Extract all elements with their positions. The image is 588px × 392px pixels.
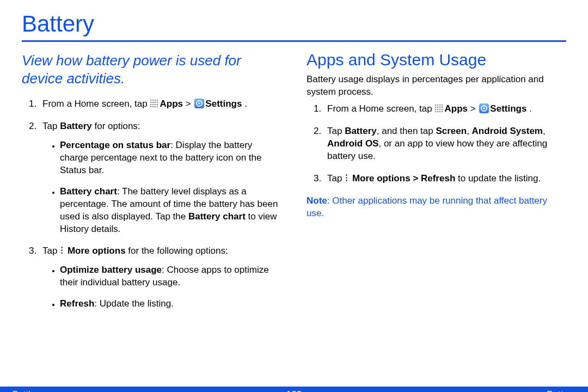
right-step-2: Tap Battery, and then tap Screen, Androi… [324, 125, 566, 163]
left-step-2-bullets: Percentage on status bar: Display the ba… [42, 139, 281, 236]
right-column: Apps and System Usage Battery usage disp… [307, 52, 566, 320]
apps-label: Apps [160, 99, 183, 109]
bullet-percentage: Percentage on status bar: Display the ba… [60, 139, 281, 177]
svg-point-25 [442, 107, 443, 108]
svg-point-23 [437, 107, 439, 108]
text: for the following options: [126, 246, 228, 256]
more-options-icon [61, 246, 63, 255]
left-step-3: Tap More options for the following optio… [39, 245, 281, 310]
right-step-3: Tap More options > Refresh to update the… [324, 173, 566, 185]
settings-gear-icon [194, 99, 204, 108]
svg-point-27 [437, 109, 439, 111]
page: Battery View how battery power is used f… [0, 11, 588, 392]
text: to update the listing. [455, 173, 541, 183]
svg-point-29 [442, 109, 443, 111]
svg-point-0 [150, 100, 152, 101]
svg-point-6 [155, 102, 156, 103]
apps-label: Apps [444, 103, 468, 114]
b-title: Refresh [60, 298, 94, 309]
right-step-1: From a Home screen, tap Apps > [324, 103, 566, 115]
svg-point-19 [437, 105, 439, 106]
b-title: Battery chart [60, 186, 117, 197]
right-steps: From a Home screen, tap Apps > [307, 103, 566, 185]
svg-point-31 [437, 111, 439, 113]
bullet-optimize: Optimize battery usage: Choose apps to o… [60, 264, 281, 289]
settings-gear-icon [479, 103, 489, 113]
text: Tap [42, 246, 60, 256]
note-text: : Other applications may be running that… [307, 195, 547, 218]
svg-point-1 [152, 100, 154, 101]
svg-point-22 [435, 107, 437, 108]
title-rule [22, 40, 566, 42]
left-steps: From a Home screen, tap Apps > [22, 98, 281, 310]
svg-point-17 [199, 102, 201, 105]
period: . [242, 99, 247, 109]
period: . [526, 103, 531, 114]
svg-point-10 [155, 104, 156, 106]
section-heading: Apps and System Usage [307, 51, 566, 69]
b-title: Percentage on status bar [60, 140, 170, 150]
svg-point-5 [152, 102, 154, 103]
b-title: Optimize battery usage [60, 265, 162, 275]
svg-point-28 [439, 109, 441, 111]
b-title2: Battery chart [188, 211, 246, 222]
svg-point-35 [483, 107, 486, 109]
apps-grid-icon [150, 99, 158, 108]
b-text: : Update the listing. [94, 298, 174, 309]
svg-point-26 [435, 109, 437, 111]
svg-point-7 [157, 102, 158, 103]
bullet-refresh: Refresh: Update the listing. [60, 298, 281, 310]
left-column: View how battery power is used for devic… [22, 52, 281, 320]
text: Tap [42, 121, 60, 131]
settings-label: Settings [490, 103, 526, 114]
columns: View how battery power is used for devic… [22, 52, 566, 320]
footer: Settings 123 Battery [0, 387, 588, 392]
svg-point-3 [157, 100, 158, 101]
svg-point-4 [150, 102, 152, 103]
svg-point-9 [152, 104, 154, 106]
svg-point-14 [155, 106, 156, 108]
svg-point-33 [442, 111, 443, 113]
svg-point-2 [155, 100, 156, 101]
text: Tap [327, 173, 345, 183]
text: Tap [327, 126, 345, 136]
svg-point-12 [150, 106, 152, 108]
footer-page-number: 123 [0, 389, 588, 392]
svg-point-18 [435, 105, 437, 106]
text: From a Home screen, tap [327, 103, 434, 114]
gt: > [183, 99, 193, 109]
text: for options: [92, 121, 140, 131]
svg-point-13 [152, 106, 154, 108]
gt: > [468, 103, 478, 114]
more-options-icon [346, 173, 347, 182]
intro-text: View how battery power is used for devic… [22, 52, 281, 87]
bullet-battery-chart: Battery chart: The battery level display… [60, 186, 281, 236]
settings-label: Settings [205, 99, 242, 109]
left-step-2: Tap Battery for options: Percentage on s… [39, 120, 281, 236]
battery-label: Battery [60, 121, 92, 131]
section-intro: Battery usage displays in percentages pe… [307, 74, 566, 99]
svg-point-32 [439, 111, 441, 113]
note-label: Note [307, 195, 327, 206]
svg-point-30 [435, 111, 437, 113]
page-title: Battery [22, 11, 566, 37]
svg-point-8 [150, 104, 152, 106]
text: From a Home screen, tap [42, 99, 150, 109]
svg-point-20 [439, 105, 441, 106]
svg-point-21 [442, 105, 443, 106]
svg-point-24 [439, 107, 441, 108]
left-step-3-bullets: Optimize battery usage: Choose apps to o… [42, 264, 281, 310]
svg-point-15 [157, 106, 158, 108]
more-options-label: More options [68, 246, 126, 256]
left-step-1: From a Home screen, tap Apps > [39, 98, 281, 111]
apps-grid-icon [434, 104, 443, 113]
more-refresh-label: More options > Refresh [352, 173, 455, 183]
svg-point-11 [157, 104, 158, 106]
note: Note: Other applications may be running … [307, 195, 566, 220]
